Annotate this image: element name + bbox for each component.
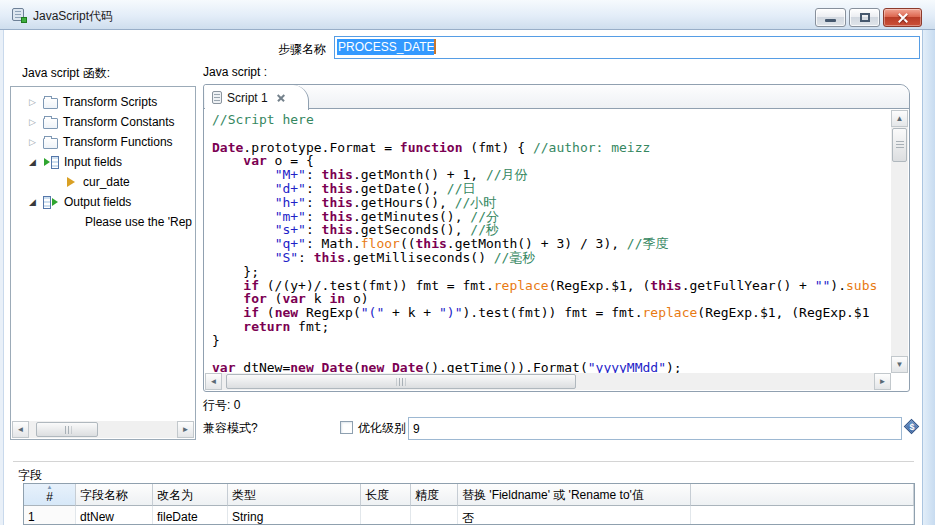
window-border-right bbox=[922, 30, 935, 525]
minimize-icon bbox=[825, 19, 836, 22]
tree-item-input-fields[interactable]: ◢Input fields bbox=[11, 152, 195, 172]
table-header-4[interactable]: 长度 bbox=[361, 484, 411, 506]
javascript-step-icon bbox=[11, 7, 27, 23]
code-line: var dtNew=new Date(new Date().getTime())… bbox=[212, 361, 891, 373]
header-label: 类型 bbox=[232, 488, 256, 502]
cell-0-1[interactable]: dtNew bbox=[76, 506, 153, 525]
code-line: "M+": this.getMonth() + 1, //月份 bbox=[212, 168, 891, 182]
code-line: return fmt; bbox=[212, 320, 891, 334]
header-label: 替换 'Fieldname' 或 'Rename to'值 bbox=[462, 488, 644, 502]
scrollbar-thumb[interactable] bbox=[226, 374, 576, 389]
tree-item-transform-constants[interactable]: ▷Transform Constants bbox=[11, 112, 195, 132]
code-content: //Script hereDate.prototype.Format = fun… bbox=[205, 110, 891, 373]
scroll-right-arrow[interactable]: ► bbox=[177, 421, 194, 438]
dialog-content: 步骤名称 PROCESS_DATE Java script 函数: Java s… bbox=[5, 30, 922, 525]
variable-icon[interactable]: $ bbox=[904, 418, 920, 436]
header-label: 改名为 bbox=[157, 488, 193, 502]
function-tree[interactable]: ▷Transform Scripts▷Transform Constants▷T… bbox=[10, 86, 196, 440]
scroll-up-arrow[interactable]: ▲ bbox=[891, 110, 908, 127]
line-number-label: 行号: 0 bbox=[203, 397, 240, 414]
script-tab-folder: Script 1 //Script hereDate.prototype.For… bbox=[203, 84, 910, 392]
play-icon bbox=[67, 177, 75, 187]
tree-item-output-fields[interactable]: ◢Output fields bbox=[11, 192, 195, 212]
tree-item-please-use-the-rep[interactable]: Please use the 'Rep bbox=[11, 212, 195, 232]
scroll-left-arrow[interactable]: ◄ bbox=[205, 373, 222, 390]
code-line bbox=[212, 127, 891, 141]
scroll-left-arrow[interactable]: ◄ bbox=[12, 421, 29, 438]
tree-item-label: cur_date bbox=[83, 175, 130, 189]
optimization-level-input[interactable] bbox=[408, 417, 902, 440]
scrollbar-thumb[interactable] bbox=[892, 128, 907, 162]
maximize-icon bbox=[860, 13, 870, 22]
table-header-6[interactable]: 替换 'Fieldname' 或 'Rename to'值 bbox=[458, 484, 691, 506]
table-header-row-number[interactable]: ▲# bbox=[24, 484, 76, 506]
window-border-left bbox=[0, 30, 4, 525]
close-icon bbox=[884, 9, 921, 26]
tree-item-transform-functions[interactable]: ▷Transform Functions bbox=[11, 132, 195, 152]
compatibility-mode-checkbox[interactable] bbox=[340, 421, 353, 434]
table-row: 1dtNewfileDateString否 bbox=[24, 506, 914, 525]
close-button[interactable] bbox=[883, 8, 922, 27]
cell-0-2[interactable]: fileDate bbox=[153, 506, 228, 525]
cell-0-6[interactable]: 否 bbox=[458, 506, 691, 525]
fields-table: ▲#字段名称改名为类型长度精度替换 'Fieldname' 或 'Rename … bbox=[23, 483, 915, 525]
expanded-expander-icon[interactable]: ◢ bbox=[29, 158, 43, 167]
code-line: if (/(y+)/.test(fmt)) fmt = fmt.replace(… bbox=[212, 279, 891, 293]
code-editor[interactable]: //Script hereDate.prototype.Format = fun… bbox=[205, 110, 891, 373]
title-bar[interactable]: JavaScript代码 bbox=[0, 0, 935, 30]
code-line: "S": this.getMilliseconds() //毫秒 bbox=[212, 251, 891, 265]
minimize-button[interactable] bbox=[815, 8, 846, 27]
table-header-2[interactable]: 改名为 bbox=[153, 484, 228, 506]
javascript-dialog-window: JavaScript代码 步骤名称 PROCESS_DATE Java scri… bbox=[0, 0, 935, 525]
cell-0-0[interactable]: 1 bbox=[24, 506, 76, 525]
tab-close-icon[interactable] bbox=[277, 93, 286, 102]
tab-script-1[interactable]: Script 1 bbox=[205, 85, 309, 110]
window-title: JavaScript代码 bbox=[33, 8, 113, 25]
tree-item-label: Transform Constants bbox=[63, 115, 175, 129]
scrollbar-thumb[interactable] bbox=[36, 422, 98, 437]
tree-item-label: Transform Functions bbox=[63, 135, 173, 149]
folder-icon bbox=[43, 138, 58, 149]
code-line bbox=[212, 348, 891, 362]
scroll-down-arrow[interactable]: ▼ bbox=[891, 356, 908, 373]
table-header-1[interactable]: 字段名称 bbox=[76, 484, 153, 506]
editor-vertical-scrollbar[interactable]: ▲ ▼ bbox=[891, 110, 908, 373]
cell-0-5[interactable] bbox=[411, 506, 458, 525]
cell-0-4[interactable] bbox=[361, 506, 411, 525]
scroll-right-arrow[interactable]: ► bbox=[874, 373, 891, 390]
code-line: }; bbox=[212, 265, 891, 279]
tree-horizontal-scrollbar[interactable]: ◄ ► bbox=[12, 421, 194, 438]
tree-item-label: Transform Scripts bbox=[63, 95, 157, 109]
tree-item-transform-scripts[interactable]: ▷Transform Scripts bbox=[11, 92, 195, 112]
code-line: "h+": this.getHours(), //小时 bbox=[212, 196, 891, 210]
table-header-3[interactable]: 类型 bbox=[228, 484, 361, 506]
compatibility-mode-label: 兼容模式? bbox=[203, 420, 258, 437]
code-line: for (var k in o) bbox=[212, 292, 891, 306]
maximize-button[interactable] bbox=[849, 8, 880, 27]
input-fields-icon bbox=[43, 156, 59, 169]
editor-horizontal-scrollbar[interactable]: ◄ ► bbox=[205, 373, 891, 390]
sort-ascending-icon: ▲ bbox=[47, 484, 53, 490]
tree-item-cur-date[interactable]: cur_date bbox=[11, 172, 195, 192]
step-name-label: 步骤名称 bbox=[278, 41, 326, 58]
step-name-input[interactable]: PROCESS_DATE bbox=[334, 36, 920, 59]
script-icon bbox=[212, 91, 222, 104]
tree-item-label: Output fields bbox=[64, 195, 131, 209]
cell-0-3[interactable]: String bbox=[228, 506, 361, 525]
collapsed-expander-icon[interactable]: ▷ bbox=[29, 118, 43, 127]
collapsed-expander-icon[interactable]: ▷ bbox=[29, 138, 43, 147]
editor-panel-label: Java script : bbox=[203, 65, 267, 79]
table-header-row: ▲#字段名称改名为类型长度精度替换 'Fieldname' 或 'Rename … bbox=[24, 484, 914, 506]
code-line: if (new RegExp("(" + k + ")").test(fmt))… bbox=[212, 306, 891, 320]
output-fields-icon bbox=[43, 196, 59, 209]
table-header-5[interactable]: 精度 bbox=[411, 484, 458, 506]
collapsed-expander-icon[interactable]: ▷ bbox=[29, 98, 43, 107]
code-line: "s+": this.getSeconds(), //秒 bbox=[212, 223, 891, 237]
header-label: 长度 bbox=[365, 488, 389, 502]
functions-panel-label: Java script 函数: bbox=[22, 65, 110, 82]
expanded-expander-icon[interactable]: ◢ bbox=[29, 198, 43, 207]
code-line: "q+": Math.floor((this.getMonth() + 3) /… bbox=[212, 237, 891, 251]
tree-item-label: Please use the 'Rep bbox=[85, 215, 192, 229]
fields-section-divider bbox=[13, 461, 914, 462]
code-line: Date.prototype.Format = function (fmt) {… bbox=[212, 141, 891, 155]
